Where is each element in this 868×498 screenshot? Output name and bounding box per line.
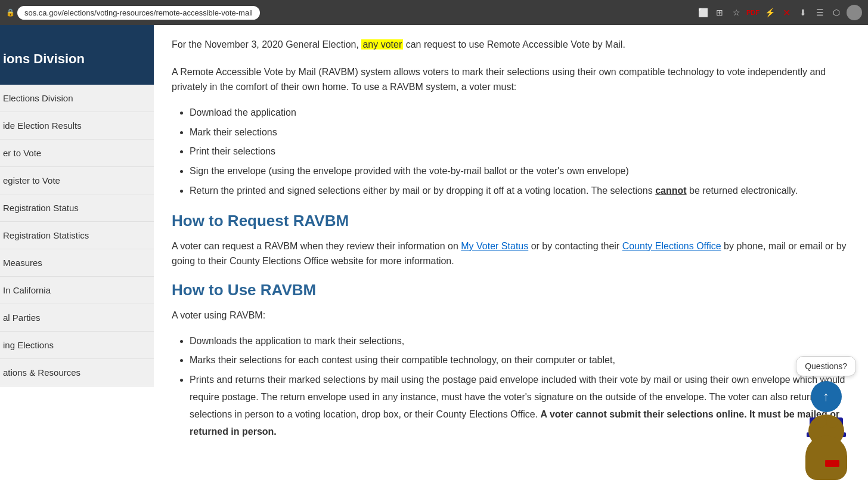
use-intro: A voter using RAVBM: <box>172 308 850 323</box>
sidebar-item-in-california[interactable]: In California <box>0 277 154 304</box>
bear-ear-left <box>814 416 826 428</box>
bullet-item-2: Mark their selections <box>190 124 850 141</box>
download-icon[interactable]: ⬇ <box>796 6 810 19</box>
sidebar-link-registration-status[interactable]: Registration Status <box>0 194 154 221</box>
chatbot-bubble: Questions? <box>796 356 856 376</box>
sidebar-link-publications[interactable]: ations & Resources <box>0 359 154 386</box>
sidebar-link-political-parties[interactable]: al Parties <box>0 304 154 331</box>
intro-text-after: can request to use Remote Accessible Vot… <box>403 39 625 50</box>
use-bullet-1: Downloads the application to mark their … <box>190 333 850 350</box>
sidebar-item-register-to-vote[interactable]: er to Vote <box>0 140 154 167</box>
browser-chrome: 🔒 sos.ca.gov/elections/voting-resources/… <box>0 0 868 25</box>
sidebar-link-election-results[interactable]: ide Election Results <box>0 112 154 139</box>
user-avatar[interactable] <box>847 5 862 20</box>
bullet-item-4: Sign the envelope (using the envelope pr… <box>190 163 850 180</box>
browser-lock: 🔒 sos.ca.gov/elections/voting-resources/… <box>6 6 260 20</box>
system-paragraph: A Remote Accessible Vote by Mail (RAVBM)… <box>172 64 850 95</box>
bookmarks-icon[interactable]: ☰ <box>813 6 826 19</box>
bear-ear-right <box>826 416 838 428</box>
sidebar-item-upcoming-elections[interactable]: ing Elections <box>0 332 154 359</box>
bear-mascot <box>799 415 853 480</box>
bear-bowtie <box>825 460 839 467</box>
request-paragraph: A voter can request a RAVBM when they re… <box>172 239 850 269</box>
sidebar-link-upcoming-elections[interactable]: ing Elections <box>0 332 154 358</box>
browser-url[interactable]: sos.ca.gov/elections/voting-resources/re… <box>17 6 260 20</box>
intro-text-before: For the November 3, 2020 General Electio… <box>172 39 361 50</box>
sidebar-item-registration-statistics[interactable]: Registration Statistics <box>0 222 154 249</box>
page-layout: ions Division Elections Division ide Ele… <box>0 25 868 498</box>
use-bullet-3: Prints and returns their marked selectio… <box>190 372 850 440</box>
sidebar-nav: Elections Division ide Election Results … <box>0 85 154 386</box>
sidebar: ions Division Elections Division ide Ele… <box>0 25 154 498</box>
bold-conclusion: A voter cannot submit their selections o… <box>190 409 839 437</box>
cannot-text: cannot <box>655 185 686 196</box>
chatbot-area: ↑ <box>799 381 853 480</box>
bullet-item-5: Return the printed and signed selections… <box>190 183 850 200</box>
sidebar-link-measures[interactable]: Measures <box>0 249 154 276</box>
sidebar-item-election-results[interactable]: ide Election Results <box>0 112 154 140</box>
use-list: Downloads the application to mark their … <box>190 333 850 441</box>
sidebar-item-register-to-vote2[interactable]: egister to Vote <box>0 167 154 194</box>
sidebar-link-registration-statistics[interactable]: Registration Statistics <box>0 222 154 249</box>
main-content: For the November 3, 2020 General Electio… <box>154 25 868 498</box>
apps-icon[interactable]: ⊞ <box>713 6 726 19</box>
sidebar-item-measures[interactable]: Measures <box>0 249 154 277</box>
use-bullet-2: Marks their selections for each contest … <box>190 352 850 369</box>
sidebar-header: ions Division <box>0 25 154 85</box>
intro-paragraph: For the November 3, 2020 General Electio… <box>172 37 850 52</box>
bullet-item-3: Print their selections <box>190 143 850 160</box>
bookmark-star-icon[interactable]: ☆ <box>730 6 743 19</box>
pdf-icon[interactable]: PDF <box>746 6 760 19</box>
requirements-list: Download the application Mark their sele… <box>190 104 850 200</box>
lock-icon: 🔒 <box>6 8 15 17</box>
sidebar-link-elections-division[interactable]: Elections Division <box>0 85 154 112</box>
sidebar-item-registration-status[interactable]: Registration Status <box>0 194 154 222</box>
sidebar-item-publications[interactable]: ations & Resources <box>0 359 154 386</box>
bullet-item-1: Download the application <box>190 104 850 122</box>
highlighted-text: any voter <box>361 39 403 50</box>
chatbot-widget: Questions? ↑ <box>796 356 856 480</box>
use-heading: How to Use RAVBM <box>172 281 850 299</box>
lightning-icon[interactable]: ⚡ <box>763 6 776 19</box>
scroll-top-arrow: ↑ <box>823 389 829 404</box>
sidebar-link-register-to-vote[interactable]: er to Vote <box>0 140 154 166</box>
extension-icon[interactable]: ⬡ <box>830 6 843 19</box>
sidebar-link-register-to-vote2[interactable]: egister to Vote <box>0 167 154 194</box>
sidebar-link-in-california[interactable]: In California <box>0 277 154 304</box>
sidebar-item-political-parties[interactable]: al Parties <box>0 304 154 332</box>
browser-toolbar: ⬜ ⊞ ☆ PDF ⚡ ✕ ⬇ ☰ ⬡ <box>696 5 862 20</box>
request-text-middle: or by contacting their <box>528 241 622 251</box>
scroll-top-button[interactable]: ↑ <box>811 381 842 412</box>
request-text-before: A voter can request a RAVBM when they re… <box>172 241 461 251</box>
my-voter-status-link[interactable]: My Voter Status <box>461 241 528 251</box>
bear-body <box>805 435 847 480</box>
x-icon[interactable]: ✕ <box>780 6 793 19</box>
screen-icon[interactable]: ⬜ <box>696 6 709 19</box>
sidebar-item-elections-division[interactable]: Elections Division <box>0 85 154 112</box>
sidebar-title: ions Division <box>3 51 85 67</box>
request-heading: How to Request RAVBM <box>172 212 850 230</box>
county-elections-office-link[interactable]: County Elections Office <box>622 241 721 251</box>
